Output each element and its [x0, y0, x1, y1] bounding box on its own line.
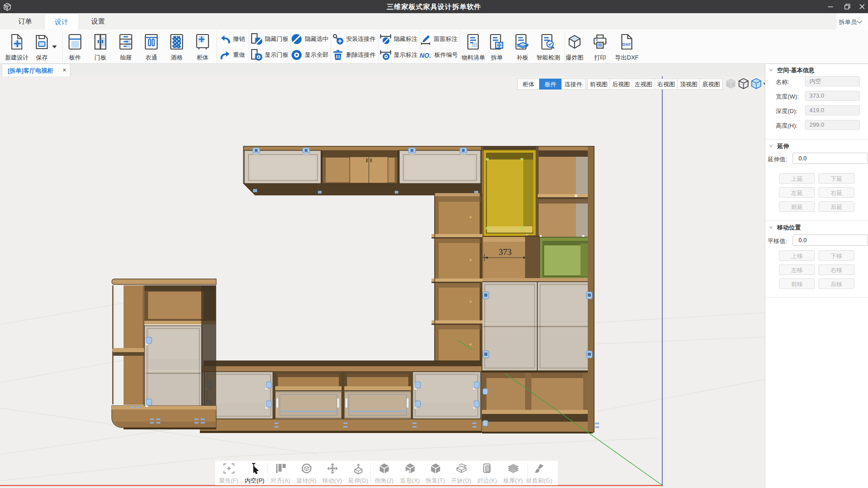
svg-text:373: 373: [499, 247, 512, 257]
svg-text:DXF: DXF: [622, 42, 631, 47]
svg-text:NO.: NO.: [420, 52, 431, 59]
